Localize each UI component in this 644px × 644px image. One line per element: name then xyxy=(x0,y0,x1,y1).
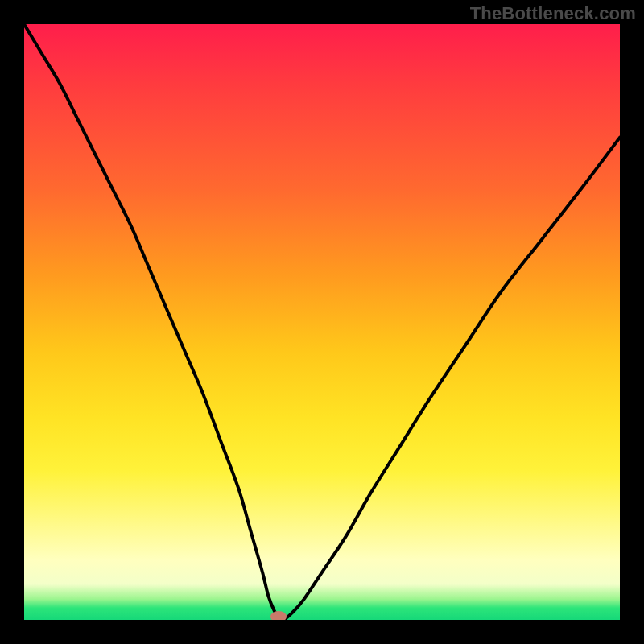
minimum-marker xyxy=(270,611,287,620)
curve-path xyxy=(24,24,620,620)
watermark-text: TheBottleneck.com xyxy=(470,3,636,24)
chart-frame: TheBottleneck.com xyxy=(0,0,644,644)
curve-svg xyxy=(24,24,620,620)
plot-area xyxy=(24,24,620,620)
